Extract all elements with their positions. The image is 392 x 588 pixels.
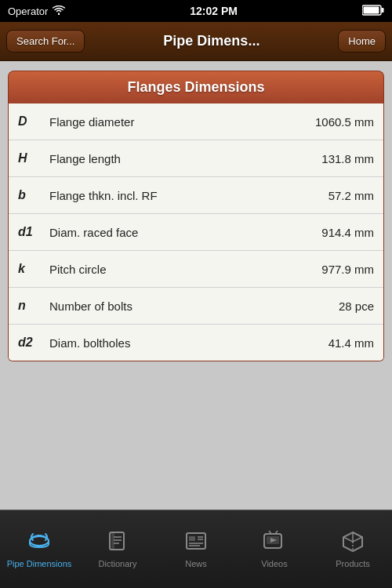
tab-dictionary-label: Dictionary: [99, 559, 137, 568]
table-row: n Number of bolts 28 pce: [9, 288, 383, 325]
table-row: H Flange length 131.8 mm: [9, 140, 383, 177]
row-symbol: n: [18, 299, 49, 313]
main-content: Flanges Dimensions D Flange diameter 106…: [0, 61, 392, 510]
table-row: b Flange thkn. incl. RF 57.2 mm: [9, 177, 383, 214]
row-value: 28 pce: [296, 299, 374, 313]
table-row: k Pitch circle 977.9 mm: [9, 251, 383, 288]
row-symbol: d1: [18, 225, 49, 239]
tab-news-label: News: [185, 559, 207, 568]
row-label: Flange thkn. incl. RF: [49, 189, 296, 202]
tab-products-label: Products: [336, 559, 369, 568]
row-label: Flange length: [49, 152, 296, 165]
table-row: d2 Diam. boltholes 41.4 mm: [9, 325, 383, 361]
status-right: [362, 5, 384, 18]
row-value: 57.2 mm: [296, 189, 374, 202]
table-header: Flanges Dimensions: [8, 71, 384, 103]
tab-videos-label: Videos: [261, 559, 287, 568]
row-value: 977.9 mm: [296, 263, 374, 276]
svg-rect-10: [189, 536, 195, 541]
tab-videos[interactable]: Videos: [235, 510, 314, 588]
search-button[interactable]: Search For...: [6, 30, 85, 53]
products-icon: [341, 530, 365, 556]
row-label: Number of bolts: [49, 299, 296, 313]
status-left: Operator: [8, 5, 65, 17]
row-value: 914.4 mm: [296, 226, 374, 239]
tab-dictionary[interactable]: Dictionary: [78, 510, 157, 588]
battery-icon: [362, 5, 384, 18]
svg-rect-5: [111, 532, 114, 550]
row-value: 131.8 mm: [296, 152, 374, 165]
row-symbol: d2: [18, 336, 49, 350]
tab-news[interactable]: News: [157, 510, 235, 588]
tab-products[interactable]: Products: [314, 510, 392, 588]
row-label: Flange diameter: [49, 115, 296, 129]
news-icon: [184, 530, 208, 556]
row-symbol: k: [18, 262, 49, 276]
tab-pipe-dimensions-label: Pipe Dimensions: [7, 559, 72, 568]
pipe-dimensions-icon: [27, 530, 52, 556]
table-row: D Flange diameter 1060.5 mm: [9, 103, 383, 140]
nav-bar: Search For... Pipe Dimens... Home: [0, 22, 392, 61]
row-symbol: D: [18, 114, 49, 129]
row-value: 1060.5 mm: [296, 115, 374, 129]
carrier-label: Operator: [8, 5, 48, 17]
status-bar: Operator 12:02 PM: [0, 0, 392, 22]
row-symbol: b: [18, 188, 49, 202]
table-row: d1 Diam. raced face 914.4 mm: [9, 214, 383, 251]
tab-bar: Pipe Dimensions Dictionary News: [0, 510, 392, 588]
wifi-icon: [53, 5, 65, 17]
row-label: Diam. boltholes: [49, 336, 296, 350]
svg-rect-2: [363, 6, 379, 13]
row-label: Pitch circle: [49, 263, 296, 276]
status-time: 12:02 PM: [190, 5, 238, 17]
row-value: 41.4 mm: [296, 336, 374, 350]
row-label: Diam. raced face: [49, 226, 296, 239]
dictionary-icon: [107, 530, 129, 556]
dimensions-table: D Flange diameter 1060.5 mm H Flange len…: [8, 103, 384, 361]
home-button[interactable]: Home: [338, 30, 386, 53]
tab-pipe-dimensions[interactable]: Pipe Dimensions: [0, 510, 78, 588]
row-symbol: H: [18, 151, 49, 165]
svg-rect-1: [381, 8, 383, 13]
videos-icon: [263, 530, 286, 556]
page-title: Pipe Dimens...: [91, 33, 332, 49]
